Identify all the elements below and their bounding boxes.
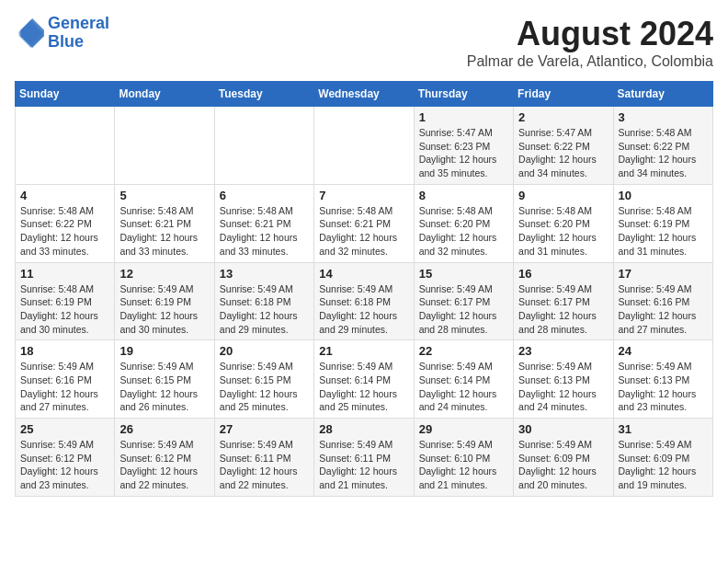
day-number: 23 <box>518 344 608 358</box>
weekday-header-monday: Monday <box>115 82 214 107</box>
calendar-cell: 3Sunrise: 5:48 AM Sunset: 6:22 PM Daylig… <box>613 107 712 185</box>
day-info: Sunrise: 5:48 AM Sunset: 6:21 PM Dayligh… <box>220 204 309 259</box>
calendar-cell: 27Sunrise: 5:49 AM Sunset: 6:11 PM Dayli… <box>214 419 313 497</box>
weekday-header-tuesday: Tuesday <box>214 82 313 107</box>
calendar-cell: 24Sunrise: 5:49 AM Sunset: 6:13 PM Dayli… <box>613 340 712 419</box>
day-info: Sunrise: 5:49 AM Sunset: 6:09 PM Dayligh… <box>518 438 608 492</box>
day-info: Sunrise: 5:49 AM Sunset: 6:09 PM Dayligh… <box>619 438 708 492</box>
week-row-1: 1Sunrise: 5:47 AM Sunset: 6:23 PM Daylig… <box>16 107 713 185</box>
day-number: 19 <box>119 344 209 358</box>
day-info: Sunrise: 5:48 AM Sunset: 6:19 PM Dayligh… <box>20 282 109 337</box>
day-number: 25 <box>20 422 109 436</box>
calendar-cell: 4Sunrise: 5:48 AM Sunset: 6:22 PM Daylig… <box>16 184 115 262</box>
day-info: Sunrise: 5:48 AM Sunset: 6:20 PM Dayligh… <box>419 204 508 259</box>
day-info: Sunrise: 5:49 AM Sunset: 6:14 PM Dayligh… <box>419 360 508 414</box>
calendar-cell: 30Sunrise: 5:49 AM Sunset: 6:09 PM Dayli… <box>514 419 613 497</box>
title-block: August 2024 Palmar de Varela, Atlantico,… <box>467 15 713 70</box>
day-number: 28 <box>319 422 408 436</box>
day-number: 12 <box>119 267 209 281</box>
subtitle: Palmar de Varela, Atlantico, Colombia <box>467 53 713 70</box>
calendar-cell: 28Sunrise: 5:49 AM Sunset: 6:11 PM Dayli… <box>314 419 414 497</box>
calendar-cell: 25Sunrise: 5:49 AM Sunset: 6:12 PM Dayli… <box>16 419 115 497</box>
calendar-cell: 31Sunrise: 5:49 AM Sunset: 6:09 PM Dayli… <box>613 419 712 497</box>
day-info: Sunrise: 5:49 AM Sunset: 6:13 PM Dayligh… <box>518 360 608 414</box>
calendar-cell: 16Sunrise: 5:49 AM Sunset: 6:17 PM Dayli… <box>514 262 613 340</box>
day-info: Sunrise: 5:48 AM Sunset: 6:21 PM Dayligh… <box>319 204 408 259</box>
day-number: 18 <box>20 344 109 358</box>
day-number: 10 <box>619 189 708 202</box>
calendar-cell <box>115 107 214 185</box>
day-info: Sunrise: 5:47 AM Sunset: 6:23 PM Dayligh… <box>419 126 508 180</box>
calendar-cell: 17Sunrise: 5:49 AM Sunset: 6:16 PM Dayli… <box>613 262 712 340</box>
calendar-cell: 10Sunrise: 5:48 AM Sunset: 6:19 PM Dayli… <box>613 184 712 262</box>
calendar-cell: 14Sunrise: 5:49 AM Sunset: 6:18 PM Dayli… <box>314 262 414 340</box>
day-info: Sunrise: 5:49 AM Sunset: 6:16 PM Dayligh… <box>619 282 708 337</box>
day-number: 2 <box>518 110 608 124</box>
weekday-header-wednesday: Wednesday <box>314 82 414 107</box>
day-number: 20 <box>220 344 309 358</box>
calendar-cell: 18Sunrise: 5:49 AM Sunset: 6:16 PM Dayli… <box>16 340 115 419</box>
calendar-cell: 19Sunrise: 5:49 AM Sunset: 6:15 PM Dayli… <box>115 340 214 419</box>
day-info: Sunrise: 5:49 AM Sunset: 6:14 PM Dayligh… <box>319 360 408 414</box>
calendar-cell: 12Sunrise: 5:49 AM Sunset: 6:19 PM Dayli… <box>115 262 214 340</box>
header: General Blue August 2024 Palmar de Varel… <box>15 15 713 70</box>
logo-icon <box>15 18 44 48</box>
calendar-cell: 29Sunrise: 5:49 AM Sunset: 6:10 PM Dayli… <box>414 419 513 497</box>
logo: General Blue <box>15 15 109 52</box>
calendar-cell: 23Sunrise: 5:49 AM Sunset: 6:13 PM Dayli… <box>514 340 613 419</box>
day-info: Sunrise: 5:49 AM Sunset: 6:18 PM Dayligh… <box>319 282 408 337</box>
day-number: 8 <box>419 189 508 202</box>
day-info: Sunrise: 5:48 AM Sunset: 6:22 PM Dayligh… <box>619 126 708 180</box>
day-info: Sunrise: 5:47 AM Sunset: 6:22 PM Dayligh… <box>518 126 608 180</box>
calendar-cell: 15Sunrise: 5:49 AM Sunset: 6:17 PM Dayli… <box>414 262 513 340</box>
calendar-cell: 7Sunrise: 5:48 AM Sunset: 6:21 PM Daylig… <box>314 184 414 262</box>
calendar-cell: 20Sunrise: 5:49 AM Sunset: 6:15 PM Dayli… <box>214 340 313 419</box>
day-info: Sunrise: 5:49 AM Sunset: 6:15 PM Dayligh… <box>220 360 309 414</box>
day-info: Sunrise: 5:49 AM Sunset: 6:11 PM Dayligh… <box>319 438 408 492</box>
calendar-cell: 6Sunrise: 5:48 AM Sunset: 6:21 PM Daylig… <box>214 184 313 262</box>
day-info: Sunrise: 5:49 AM Sunset: 6:10 PM Dayligh… <box>419 438 508 492</box>
day-number: 21 <box>319 344 408 358</box>
logo-line2: Blue <box>48 32 84 51</box>
day-info: Sunrise: 5:49 AM Sunset: 6:15 PM Dayligh… <box>119 360 209 414</box>
calendar-cell <box>314 107 414 185</box>
calendar-cell: 1Sunrise: 5:47 AM Sunset: 6:23 PM Daylig… <box>414 107 513 185</box>
day-number: 4 <box>20 189 109 202</box>
calendar-cell <box>16 107 115 185</box>
day-number: 6 <box>220 189 309 202</box>
calendar-table: SundayMondayTuesdayWednesdayThursdayFrid… <box>15 81 713 497</box>
calendar-cell: 5Sunrise: 5:48 AM Sunset: 6:21 PM Daylig… <box>115 184 214 262</box>
day-info: Sunrise: 5:49 AM Sunset: 6:12 PM Dayligh… <box>20 438 109 492</box>
day-info: Sunrise: 5:49 AM Sunset: 6:13 PM Dayligh… <box>619 360 708 414</box>
weekday-header-friday: Friday <box>514 82 613 107</box>
calendar-cell: 13Sunrise: 5:49 AM Sunset: 6:18 PM Dayli… <box>214 262 313 340</box>
day-number: 26 <box>119 422 209 436</box>
calendar-cell: 9Sunrise: 5:48 AM Sunset: 6:20 PM Daylig… <box>514 184 613 262</box>
day-number: 9 <box>518 189 608 202</box>
day-info: Sunrise: 5:49 AM Sunset: 6:12 PM Dayligh… <box>119 438 209 492</box>
day-number: 15 <box>419 267 508 281</box>
day-info: Sunrise: 5:49 AM Sunset: 6:18 PM Dayligh… <box>220 282 309 337</box>
day-info: Sunrise: 5:49 AM Sunset: 6:16 PM Dayligh… <box>20 360 109 414</box>
weekday-header-sunday: Sunday <box>16 82 115 107</box>
svg-marker-2 <box>20 18 44 48</box>
calendar-cell: 21Sunrise: 5:49 AM Sunset: 6:14 PM Dayli… <box>314 340 414 419</box>
day-number: 24 <box>619 344 708 358</box>
day-number: 7 <box>319 189 408 202</box>
week-row-4: 18Sunrise: 5:49 AM Sunset: 6:16 PM Dayli… <box>16 340 713 419</box>
logo-line1: General <box>48 14 109 32</box>
day-info: Sunrise: 5:48 AM Sunset: 6:21 PM Dayligh… <box>119 204 209 259</box>
day-info: Sunrise: 5:49 AM Sunset: 6:11 PM Dayligh… <box>220 438 309 492</box>
day-number: 29 <box>419 422 508 436</box>
weekday-header-thursday: Thursday <box>414 82 513 107</box>
day-number: 30 <box>518 422 608 436</box>
day-number: 5 <box>119 189 209 202</box>
week-row-3: 11Sunrise: 5:48 AM Sunset: 6:19 PM Dayli… <box>16 262 713 340</box>
calendar-cell: 2Sunrise: 5:47 AM Sunset: 6:22 PM Daylig… <box>514 107 613 185</box>
day-number: 1 <box>419 110 508 124</box>
day-number: 17 <box>619 267 708 281</box>
day-info: Sunrise: 5:49 AM Sunset: 6:19 PM Dayligh… <box>119 282 209 337</box>
calendar-cell: 8Sunrise: 5:48 AM Sunset: 6:20 PM Daylig… <box>414 184 513 262</box>
day-number: 27 <box>220 422 309 436</box>
calendar-cell: 22Sunrise: 5:49 AM Sunset: 6:14 PM Dayli… <box>414 340 513 419</box>
